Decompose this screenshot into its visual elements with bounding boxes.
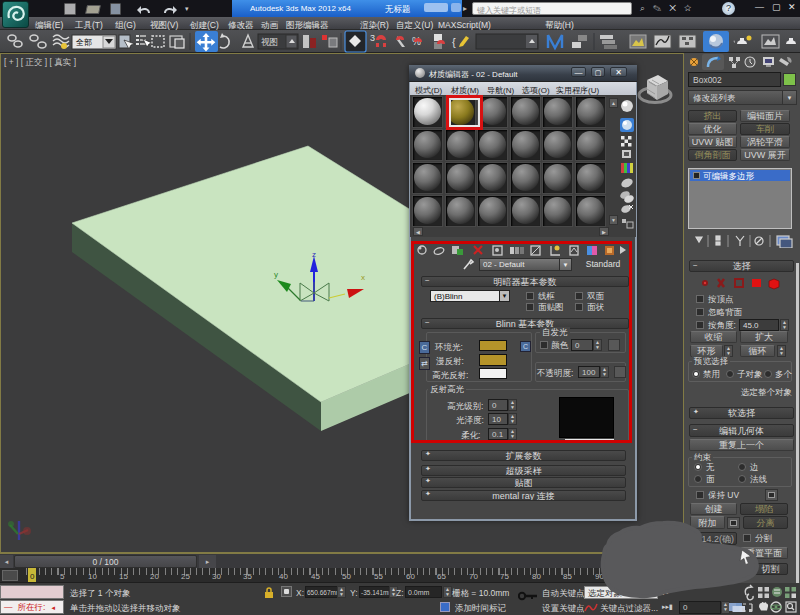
svg-text:{: {: [452, 36, 456, 48]
svg-text:全部: 全部: [76, 38, 92, 47]
svg-text:3: 3: [370, 33, 375, 43]
svg-text:x: x: [361, 273, 365, 282]
svg-text:视图: 视图: [261, 37, 278, 47]
svg-text:z: z: [312, 250, 316, 259]
svg-text:y: y: [274, 270, 278, 279]
